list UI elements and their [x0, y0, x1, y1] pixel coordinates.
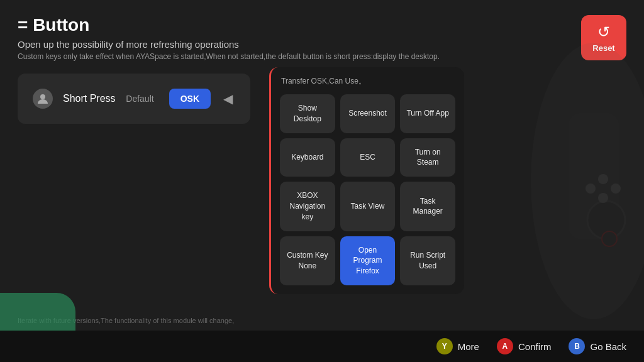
grid-btn-show-desktop[interactable]: Show Desktop	[280, 94, 335, 133]
short-press-card: Short Press Default OSK ◀	[18, 74, 250, 124]
grid-btn-open-program-firefox[interactable]: Open Program Firefox	[340, 236, 396, 285]
content-area: Short Press Default OSK ◀ Transfer OSK,C…	[18, 74, 626, 124]
short-press-label: Short Press	[63, 93, 116, 104]
bottom-bar: Y More A Confirm B Go Back	[0, 331, 644, 362]
y-badge: Y	[436, 338, 453, 354]
avatar	[33, 89, 53, 109]
grid-btn-turn-off-app[interactable]: Turn Off App	[400, 94, 455, 133]
grid-btn-task-view[interactable]: Task View	[340, 182, 396, 231]
dropdown-panel: Transfer OSK,Can Use。 Show DesktopScreen…	[269, 67, 464, 294]
more-label: More	[458, 341, 479, 352]
confirm-label: Confirm	[518, 341, 552, 352]
svg-point-0	[40, 94, 45, 99]
page-subtitle: Open up the possibility of more refreshi…	[18, 39, 626, 50]
go-back-action[interactable]: B Go Back	[569, 338, 626, 354]
page-description: Custom keys only take effect when AYASpa…	[18, 52, 626, 61]
default-label: Default	[126, 94, 153, 104]
grid-btn-keyboard[interactable]: Keyboard	[280, 138, 335, 177]
grid-btn-custom-key-none[interactable]: Custom Key None	[280, 236, 335, 285]
chevron-button[interactable]: ◀	[221, 91, 235, 106]
reset-label: Reset	[592, 43, 614, 53]
reset-icon: ↺	[597, 23, 610, 41]
options-grid: Show DesktopScreenshotTurn Off AppKeyboa…	[280, 94, 455, 285]
go-back-label: Go Back	[590, 341, 626, 352]
page-title: = Button	[18, 15, 626, 35]
main-container: = Button Open up the possibility of more…	[0, 0, 644, 362]
more-action[interactable]: Y More	[436, 338, 479, 354]
grid-btn-esc[interactable]: ESC	[340, 138, 396, 177]
osk-button[interactable]: OSK	[169, 89, 211, 109]
a-badge: A	[497, 338, 513, 354]
green-accent	[0, 293, 75, 331]
dropdown-header: Transfer OSK,Can Use。	[280, 76, 455, 87]
grid-btn-task-manager[interactable]: Task Manager	[400, 182, 455, 231]
grid-btn-screenshot[interactable]: Screenshot	[340, 94, 396, 133]
reset-button[interactable]: ↺ Reset	[581, 15, 626, 60]
grid-btn-xbox-nav[interactable]: XBOX Navigation key	[280, 182, 335, 231]
grid-btn-run-script-used[interactable]: Run Script Used	[400, 236, 455, 285]
confirm-action[interactable]: A Confirm	[497, 338, 552, 354]
b-badge: B	[569, 338, 585, 354]
grid-btn-turn-on-steam[interactable]: Turn on Steam	[400, 138, 455, 177]
